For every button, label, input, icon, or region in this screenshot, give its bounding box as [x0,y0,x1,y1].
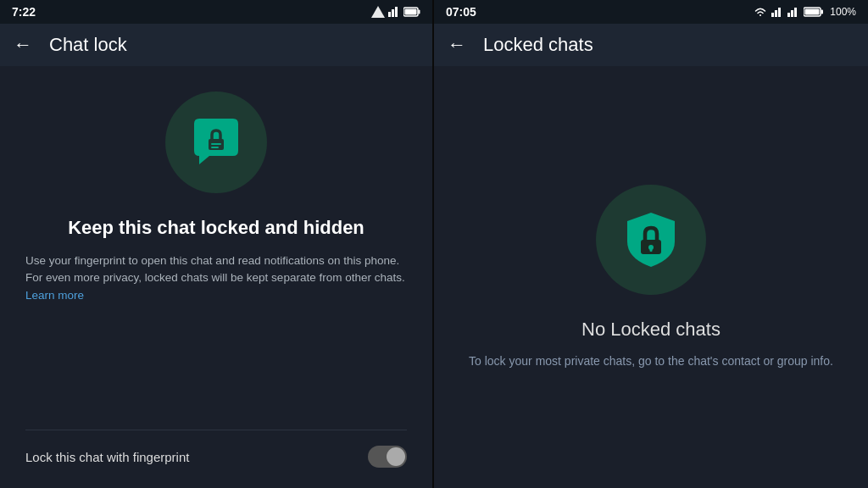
right-time: 07:05 [446,5,476,19]
status-bar-left: 7:22 [0,0,432,24]
svg-rect-2 [392,9,394,17]
right-main-content: No Locked chats To lock your most privat… [434,66,868,488]
left-body-text: Use your fingerprint to open this chat a… [25,252,407,304]
svg-rect-6 [405,9,417,15]
svg-rect-8 [211,143,221,145]
toggle-label: Lock this chat with fingerprint [25,450,189,464]
chat-lock-icon-circle [165,92,267,193]
right-status-icons: 100% [754,6,856,18]
lock-toggle[interactable] [368,446,407,468]
back-button-left[interactable]: ← [14,34,32,56]
battery-icon-left [403,7,420,17]
signal-bar-2-icon [787,7,799,17]
toggle-row: Lock this chat with fingerprint [25,430,407,488]
svg-rect-10 [771,13,774,17]
svg-rect-17 [821,10,824,14]
right-screen-title: Locked chats [483,34,593,56]
svg-rect-15 [794,8,797,17]
svg-marker-0 [371,6,385,18]
bars-icon [388,7,400,17]
battery-percentage: 100% [830,6,856,18]
svg-rect-13 [787,13,790,17]
svg-rect-12 [778,8,781,17]
svg-rect-9 [211,147,219,148]
wifi-icon [754,7,767,17]
signal-bar-1-icon [771,7,783,17]
learn-more-link[interactable]: Learn more [25,289,84,302]
left-screen-title: Chat lock [49,34,127,56]
svg-rect-21 [650,247,653,252]
app-bar-right: ← Locked chats [434,24,868,66]
svg-rect-3 [395,7,398,17]
right-body-text: To lock your most private chats, go to t… [469,352,833,370]
battery-icon-right [804,7,824,17]
right-panel: 07:05 [434,0,868,488]
svg-rect-18 [805,9,820,15]
svg-rect-11 [775,10,777,17]
svg-rect-14 [791,10,793,17]
app-bar-left: ← Chat lock [0,24,432,66]
left-panel: 7:22 ← Chat lock [0,0,434,488]
status-bar-right: 07:05 [434,0,868,24]
left-time: 7:22 [12,5,36,19]
right-headline: No Locked chats [581,319,721,341]
svg-rect-5 [419,10,420,14]
left-status-icons [371,6,420,18]
signal-icon [371,6,385,18]
shield-lock-svg [617,206,685,274]
left-headline: Keep this chat locked and hidden [68,217,364,239]
left-main-content: Keep this chat locked and hidden Use you… [0,66,432,488]
back-button-right[interactable]: ← [448,34,466,56]
locked-chats-icon-circle [596,185,706,295]
chat-lock-svg [186,112,247,173]
svg-rect-1 [388,12,391,17]
